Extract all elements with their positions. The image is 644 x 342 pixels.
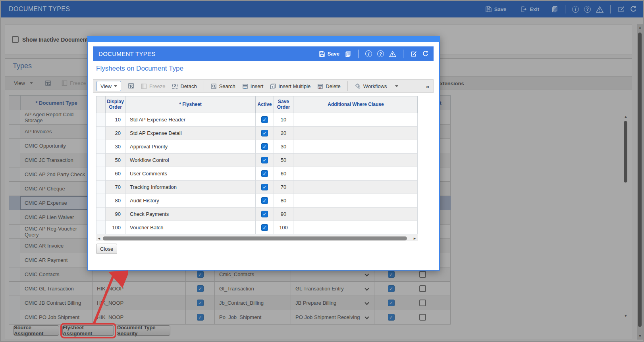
exit-button[interactable]: Exit bbox=[521, 6, 539, 13]
query-by-example-icon[interactable] bbox=[128, 83, 134, 89]
edit-icon[interactable] bbox=[410, 50, 417, 57]
view-menu-button[interactable]: View bbox=[96, 81, 121, 91]
flysheet-row[interactable]: 30Approval Priority30 bbox=[96, 140, 418, 154]
flysheet-row[interactable]: 70Tracking Information70 bbox=[96, 181, 418, 194]
save-button[interactable]: Save bbox=[319, 51, 339, 57]
search-icon bbox=[211, 83, 217, 89]
help-icon[interactable]: ? bbox=[377, 50, 384, 57]
detach-icon bbox=[172, 83, 178, 89]
flysheet-table: Display Order * Flysheet Active Save Ord… bbox=[96, 96, 418, 234]
divider bbox=[204, 81, 204, 91]
close-button[interactable]: Close bbox=[96, 244, 117, 254]
app-header: DOCUMENT TYPES Save Exit i ? bbox=[1, 1, 643, 17]
refresh-icon[interactable] bbox=[422, 50, 429, 57]
divider bbox=[347, 81, 348, 91]
divider bbox=[403, 50, 403, 58]
workflows-icon bbox=[355, 83, 361, 89]
warning-icon[interactable] bbox=[596, 6, 604, 13]
flysheets-dialog: DOCUMENT TYPES Save i ? bbox=[87, 36, 440, 271]
scrollbar-thumb[interactable] bbox=[103, 236, 407, 240]
flysheet-row[interactable]: 80Audit History80 bbox=[96, 194, 418, 208]
freeze-button[interactable]: Freeze bbox=[141, 83, 165, 89]
chevron-down-icon bbox=[114, 85, 117, 87]
dialog-header-actions: Save i ? bbox=[319, 50, 434, 58]
refresh-icon[interactable] bbox=[630, 6, 637, 13]
where-clause-header[interactable]: Additional Where Clause bbox=[293, 96, 418, 113]
flysheet-toolbar: View Freeze Detach Search Insert bbox=[93, 79, 434, 93]
table-horizontal-scrollbar[interactable]: ◄ ► bbox=[96, 235, 418, 241]
warning-icon[interactable] bbox=[389, 51, 396, 57]
edit-icon[interactable] bbox=[617, 6, 625, 13]
scroll-right-icon[interactable]: ► bbox=[412, 236, 418, 240]
save-button[interactable]: Save bbox=[485, 6, 506, 13]
insert-multiple-icon bbox=[270, 83, 276, 89]
dialog-subtitle: Flysheets on Document Type bbox=[96, 65, 183, 73]
flysheet-row[interactable]: 50Workflow Control50 bbox=[96, 154, 418, 167]
exit-icon bbox=[521, 6, 527, 13]
active-checkbox[interactable] bbox=[261, 184, 268, 190]
dialog-title: DOCUMENT TYPES bbox=[98, 50, 156, 57]
where-clause-cell[interactable] bbox=[293, 167, 418, 180]
app-window: DOCUMENT TYPES Save Exit i ? bbox=[0, 0, 644, 342]
active-checkbox[interactable] bbox=[261, 116, 268, 123]
where-clause-cell[interactable] bbox=[293, 113, 418, 126]
dialog-header: DOCUMENT TYPES Save i ? bbox=[93, 46, 434, 61]
delete-button[interactable]: Delete bbox=[317, 83, 341, 89]
chevron-down-icon bbox=[395, 85, 398, 87]
divider bbox=[610, 5, 611, 13]
flysheet-row[interactable]: 60User Comments60 bbox=[96, 167, 418, 181]
workflows-menu-button[interactable]: Workflows bbox=[355, 83, 398, 89]
insert-icon bbox=[242, 83, 248, 89]
active-checkbox[interactable] bbox=[261, 197, 268, 204]
active-checkbox[interactable] bbox=[261, 130, 268, 136]
freeze-icon bbox=[141, 83, 147, 89]
dialog-titlebar[interactable] bbox=[87, 36, 440, 42]
active-checkbox[interactable] bbox=[261, 170, 268, 177]
annotation-arrow bbox=[76, 261, 128, 328]
flysheet-table-header: Display Order * Flysheet Active Save Ord… bbox=[96, 96, 418, 113]
divider bbox=[565, 5, 565, 13]
where-clause-cell[interactable] bbox=[293, 181, 418, 194]
detach-button[interactable]: Detach bbox=[172, 83, 197, 89]
where-clause-cell[interactable] bbox=[293, 140, 418, 153]
flysheet-row[interactable]: 90Check Payments90 bbox=[96, 208, 418, 221]
active-checkbox[interactable] bbox=[261, 157, 268, 163]
scroll-left-icon[interactable]: ◄ bbox=[96, 236, 102, 240]
header-actions: Save Exit i ? bbox=[485, 5, 643, 13]
active-checkbox[interactable] bbox=[261, 143, 268, 150]
delete-icon bbox=[317, 83, 323, 89]
report-icon[interactable] bbox=[551, 6, 558, 13]
insert-multiple-button[interactable]: Insert Multiple bbox=[270, 83, 310, 89]
search-button[interactable]: Search bbox=[211, 83, 235, 89]
report-icon[interactable] bbox=[345, 50, 351, 57]
active-checkbox[interactable] bbox=[261, 211, 268, 217]
save-icon bbox=[485, 6, 492, 13]
where-clause-cell[interactable] bbox=[293, 127, 418, 140]
flysheet-row[interactable]: 100Voucher Batch100 bbox=[96, 221, 418, 234]
save-icon bbox=[319, 51, 325, 57]
divider bbox=[358, 50, 359, 58]
active-header[interactable]: Active bbox=[256, 96, 274, 113]
page-title: DOCUMENT TYPES bbox=[9, 6, 70, 13]
help-icon[interactable]: ? bbox=[584, 6, 591, 13]
save-order-header[interactable]: Save Order bbox=[274, 96, 293, 113]
where-clause-cell[interactable] bbox=[293, 221, 418, 234]
flysheet-header[interactable]: * Flysheet bbox=[125, 96, 256, 113]
where-clause-cell[interactable] bbox=[293, 194, 418, 207]
info-icon[interactable]: i bbox=[572, 6, 579, 13]
where-clause-cell[interactable] bbox=[293, 208, 418, 221]
insert-button[interactable]: Insert bbox=[242, 83, 264, 89]
active-checkbox[interactable] bbox=[261, 224, 268, 231]
where-clause-cell[interactable] bbox=[293, 154, 418, 167]
flysheet-row[interactable]: 10Std AP Expense Header10 bbox=[96, 113, 418, 127]
row-selector-header bbox=[96, 96, 106, 113]
info-icon[interactable]: i bbox=[365, 50, 372, 57]
toolbar-overflow-button[interactable]: » bbox=[426, 83, 429, 90]
flysheet-row[interactable]: 20Std AP Expense Detail20 bbox=[96, 127, 418, 140]
display-order-header[interactable]: Display Order bbox=[106, 96, 125, 113]
